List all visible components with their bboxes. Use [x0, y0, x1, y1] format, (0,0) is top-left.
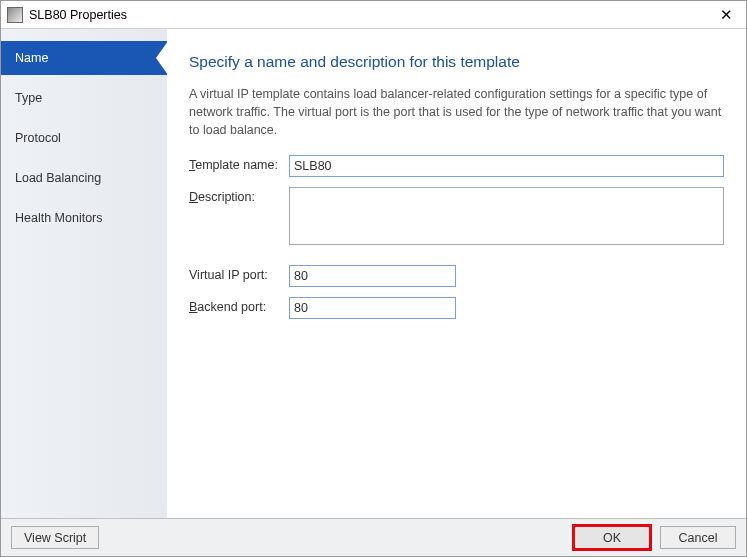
sidebar-item-label: Load Balancing — [15, 171, 101, 185]
spacer — [189, 255, 724, 265]
sidebar-item-name[interactable]: Name — [1, 41, 167, 75]
template-name-input[interactable] — [289, 155, 724, 177]
sidebar-item-label: Type — [15, 91, 42, 105]
window-title: SLB80 Properties — [29, 8, 706, 22]
sidebar-item-protocol[interactable]: Protocol — [1, 121, 167, 155]
label-virtual-port: Virtual IP port: — [189, 265, 289, 282]
button-label: View Script — [24, 531, 86, 545]
label-description: Description: — [189, 187, 289, 204]
ok-button[interactable]: OK — [574, 526, 650, 549]
footer: View Script OK Cancel — [1, 518, 746, 556]
intro-text: A virtual IP template contains load bala… — [189, 85, 724, 139]
button-label: Cancel — [679, 531, 718, 545]
sidebar: Name Type Protocol Load Balancing Health… — [1, 29, 167, 518]
view-script-button[interactable]: View Script — [11, 526, 99, 549]
row-virtual-port: Virtual IP port: — [189, 265, 724, 287]
row-description: Description: — [189, 187, 724, 245]
page-heading: Specify a name and description for this … — [189, 53, 724, 71]
virtual-port-input[interactable] — [289, 265, 456, 287]
cancel-button[interactable]: Cancel — [660, 526, 736, 549]
sidebar-item-load-balancing[interactable]: Load Balancing — [1, 161, 167, 195]
sidebar-item-label: Name — [15, 51, 48, 65]
titlebar: SLB80 Properties ✕ — [1, 1, 746, 29]
content-pane: Specify a name and description for this … — [167, 29, 746, 518]
close-icon: ✕ — [720, 6, 733, 24]
flex-spacer — [189, 329, 724, 508]
label-backend-port: Backend port: — [189, 297, 289, 314]
sidebar-item-health-monitors[interactable]: Health Monitors — [1, 201, 167, 235]
row-backend-port: Backend port: — [189, 297, 724, 319]
button-label: OK — [603, 531, 621, 545]
dialog-body: Name Type Protocol Load Balancing Health… — [1, 29, 746, 518]
row-template-name: Template name: — [189, 155, 724, 177]
app-icon — [7, 7, 23, 23]
sidebar-item-label: Protocol — [15, 131, 61, 145]
description-textarea[interactable] — [289, 187, 724, 245]
label-template-name: Template name: — [189, 155, 289, 172]
sidebar-item-label: Health Monitors — [15, 211, 103, 225]
dialog-window: SLB80 Properties ✕ Name Type Protocol Lo… — [0, 0, 747, 557]
sidebar-item-type[interactable]: Type — [1, 81, 167, 115]
backend-port-input[interactable] — [289, 297, 456, 319]
close-button[interactable]: ✕ — [706, 1, 746, 28]
